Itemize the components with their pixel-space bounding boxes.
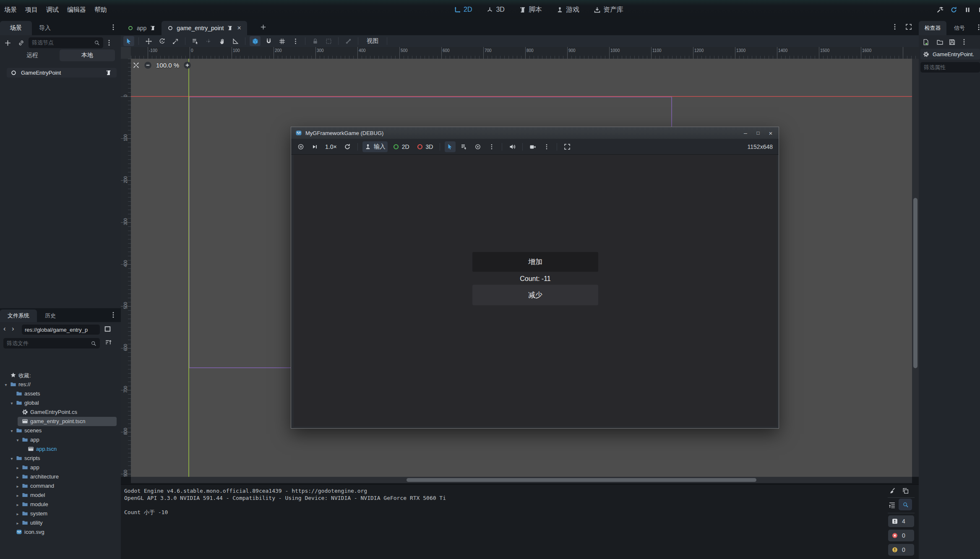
resource-menu[interactable] (961, 38, 967, 46)
tab-scene[interactable]: 场景 (0, 21, 32, 35)
instantiate-scene-button[interactable] (18, 39, 25, 47)
file-tree-row-assets[interactable]: assets (0, 389, 121, 398)
filesystem-dock-menu[interactable] (110, 311, 116, 319)
canvas-v-scrollbar[interactable] (912, 59, 919, 477)
expand-arrow-icon[interactable]: ▸ (15, 493, 20, 498)
copy-output-icon[interactable] (902, 487, 909, 494)
filter-files-field[interactable]: 筛选文件 (3, 338, 100, 348)
menu-4[interactable]: 帮助 (94, 4, 108, 16)
move-tool[interactable] (143, 36, 154, 46)
position-snap-tool[interactable] (203, 36, 214, 46)
expand-arrow-icon[interactable]: ▸ (15, 465, 20, 470)
game-window[interactable]: MyGFrameworkGame (DEBUG) – □ × 1.0×输入2D3… (291, 127, 779, 429)
scene-tab-app[interactable]: app (122, 21, 162, 35)
suspend-button[interactable] (295, 141, 306, 152)
file-tree-row-GameEntryPoint.cs[interactable]: GameEntryPoint.cs (0, 408, 121, 417)
record-menu[interactable] (541, 141, 552, 152)
file-tree-row-scenes[interactable]: ▾scenes (0, 426, 121, 435)
increase-button[interactable]: 增加 (472, 252, 598, 272)
scene-tab-game_entry_point[interactable]: game_entry_point× (162, 21, 247, 35)
workspace-assetlib[interactable]: 资产库 (594, 5, 623, 14)
collapse-arrow-icon[interactable]: ▾ (9, 401, 14, 406)
rotate-tool[interactable] (156, 36, 167, 46)
file-tree-row-module[interactable]: ▸module (0, 500, 121, 509)
select-mode-button[interactable] (445, 141, 456, 152)
grid-snap-toggle[interactable] (263, 36, 274, 46)
file-tree-row-command[interactable]: ▸command (0, 481, 121, 491)
scale-tool[interactable] (170, 36, 181, 46)
save-resource-icon[interactable] (949, 39, 956, 46)
speed-menu[interactable]: 1.0× (323, 141, 339, 152)
camera-2d-toggle[interactable]: 2D (391, 141, 412, 152)
reload-project-icon[interactable] (950, 6, 957, 13)
inspector-dock-menu[interactable] (976, 23, 980, 31)
camera-override-button[interactable] (472, 141, 483, 152)
filter-properties-field[interactable]: 筛选属性 (920, 62, 980, 73)
camera-3d-toggle[interactable]: 3D (414, 141, 435, 152)
menu-2[interactable]: 调试 (45, 4, 60, 16)
pause-icon[interactable] (964, 6, 971, 13)
file-tree-row-game_entry_point.tscn[interactable]: game_entry_point.tscn (0, 417, 121, 426)
file-tree-row-app[interactable]: ▸app (0, 463, 121, 472)
workspace-2d[interactable]: 2D (454, 6, 472, 13)
file-tree-row-res://[interactable]: ▾res:// (0, 380, 121, 389)
stop-icon[interactable] (978, 6, 980, 13)
snap-options-menu[interactable] (290, 36, 301, 46)
workspace-script[interactable]: 脚本 (519, 5, 542, 14)
file-tree-row-architecture[interactable]: ▸architecture (0, 472, 121, 481)
smart-snap-toggle[interactable] (250, 36, 261, 46)
scene-root-node-row[interactable]: GameEntryPoint (7, 68, 117, 78)
remote-toggle[interactable]: 远程 (5, 49, 60, 61)
close-tab-icon[interactable]: × (237, 24, 241, 32)
view-menu[interactable]: 视图 (362, 37, 383, 45)
tab-inspector[interactable]: 检查器 (919, 21, 946, 35)
path-field[interactable]: res://global/game_entry_p (22, 325, 100, 335)
expand-arrow-icon[interactable]: ▸ (15, 484, 20, 489)
edited-object-row[interactable]: GameEntryPoint. (920, 49, 980, 60)
tab-import[interactable]: 导入 (32, 21, 58, 35)
file-tree-row-scripts[interactable]: ▾scripts (0, 454, 121, 463)
center-view-icon[interactable] (133, 62, 140, 69)
menu-3[interactable]: 编辑器 (66, 4, 87, 16)
expand-arrow-icon[interactable]: ▸ (15, 521, 20, 525)
workspace-3d[interactable]: 3D (486, 6, 504, 13)
reset-game-button[interactable] (342, 141, 353, 152)
clear-output-icon[interactable] (889, 487, 896, 494)
file-tree-row-app[interactable]: ▾app (0, 435, 121, 445)
snap-grid-toggle[interactable] (276, 36, 287, 46)
select-menu[interactable] (486, 141, 497, 152)
expand-arrow-icon[interactable]: ▸ (15, 502, 20, 507)
close-button[interactable]: × (764, 130, 777, 137)
nav-forward-icon[interactable]: › (12, 325, 14, 333)
filter-nodes-field[interactable]: 筛选节点 (29, 37, 103, 48)
zoom-out-button[interactable] (144, 61, 152, 69)
scene-dock-menu[interactable] (110, 23, 116, 31)
file-tree-row-global[interactable]: ▾global (0, 398, 121, 408)
collapse-arrow-icon[interactable]: ▾ (9, 456, 14, 461)
input-toggle[interactable]: 输入 (362, 141, 388, 152)
scene-tree-menu[interactable] (106, 39, 112, 47)
file-tree-row-model[interactable]: ▸model (0, 491, 121, 500)
file-tree-row-app.tscn[interactable]: app.tscn (0, 445, 121, 454)
search-output-toggle[interactable] (899, 499, 912, 510)
tab-history[interactable]: 历史 (37, 309, 64, 322)
new-resource-icon[interactable] (922, 39, 929, 46)
collapse-arrow-icon[interactable]: ▾ (9, 429, 14, 433)
expand-arrow-icon[interactable]: ▸ (15, 512, 20, 516)
nav-back-icon[interactable]: ‹ (3, 325, 6, 333)
tab-filesystem[interactable]: 文件系统 (0, 309, 37, 322)
menu-0[interactable]: 场景 (3, 4, 18, 16)
file-tree-row-icon.svg[interactable]: icon.svg (0, 528, 121, 537)
workspace-game[interactable]: 游戏 (556, 5, 579, 14)
decrease-button[interactable]: 减少 (472, 285, 598, 305)
tab-signals[interactable]: 信号 (948, 21, 971, 35)
warning-count-badge[interactable]: 0 (888, 544, 914, 556)
pan-tool[interactable] (216, 36, 227, 46)
collapse-arrow-icon[interactable]: ▾ (15, 438, 20, 442)
distraction-free-button[interactable] (905, 23, 912, 30)
add-node-button[interactable] (4, 39, 11, 47)
lock-button[interactable] (310, 36, 321, 46)
split-mode-icon[interactable] (104, 325, 111, 333)
collapse-arrow-icon[interactable]: ▾ (3, 382, 8, 387)
file-tree-row-utility[interactable]: ▸utility (0, 518, 121, 528)
